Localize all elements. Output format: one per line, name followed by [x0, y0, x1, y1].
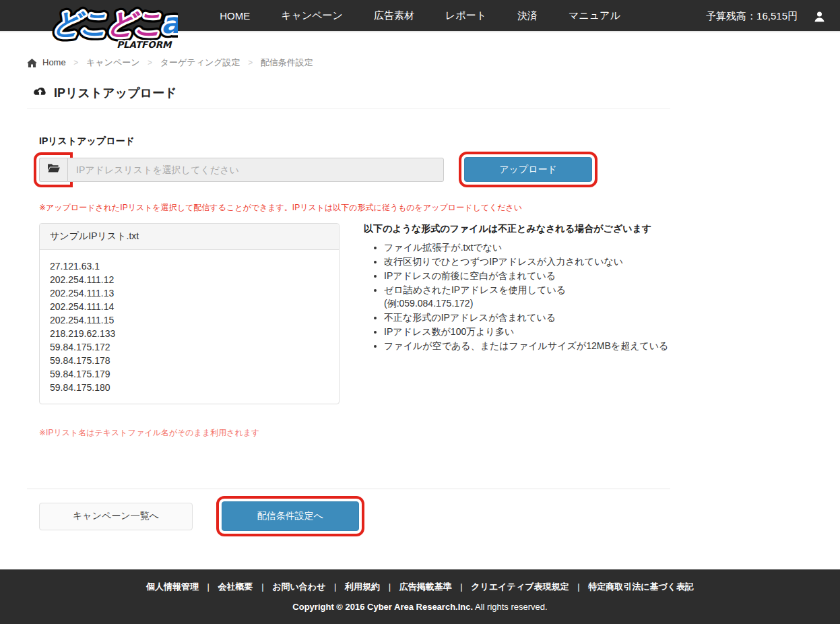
footer-link-separator: |: [261, 582, 263, 592]
breadcrumb-item[interactable]: ターゲティング設定: [160, 57, 240, 67]
nav-menu-item[interactable]: 広告素材: [374, 9, 414, 22]
footer-link[interactable]: 広告掲載基準: [399, 582, 452, 592]
page-title: IPリストアップロード: [54, 85, 176, 101]
nav-menu-item[interactable]: 決済: [517, 9, 538, 22]
upload-button[interactable]: アップロード: [464, 157, 592, 182]
top-navbar: どこどこad どこどこad どこどこad PLATFORM HOMEキャンペーン…: [0, 0, 840, 32]
breadcrumb-item[interactable]: Home: [42, 57, 66, 67]
upload-form-row: アップロード: [39, 157, 670, 182]
footer-links: | 個人情報管理 | 会社概要 | お問い合わせ | 利用規約 | 広告掲載基準…: [0, 581, 840, 593]
actions-row: キャンペーン一覧へ 配信条件設定へ: [39, 501, 670, 531]
brand-logo[interactable]: どこどこad どこどこad どこどこad PLATFORM: [49, 1, 178, 55]
breadcrumb-item[interactable]: 配信条件設定: [261, 57, 313, 67]
sample-ip-list-panel: サンプルIPリスト.txt 27.121.63.1202.254.111.122…: [39, 223, 340, 404]
navbar-right: 予算残高：16,515円: [706, 0, 825, 32]
nav-menu-item[interactable]: キャンペーン: [281, 9, 343, 22]
footer-link-separator: |: [207, 582, 209, 592]
copyright-rights: All rights reserved.: [475, 602, 548, 612]
back-to-campaign-list-button[interactable]: キャンペーン一覧へ: [39, 503, 193, 530]
rule-item: 改行区切りでひとつずつIPアドレスが入力されていない: [384, 255, 670, 268]
ip-address-line: 59.84.175.178: [50, 354, 329, 367]
svg-text:PLATFORM: PLATFORM: [117, 40, 172, 50]
to-delivery-settings-button[interactable]: 配信条件設定へ: [222, 501, 359, 531]
folder-open-icon: [47, 163, 60, 176]
footer: | 個人情報管理 | 会社概要 | お問い合わせ | 利用規約 | 広告掲載基準…: [0, 569, 840, 624]
footer-link[interactable]: 会社概要: [218, 582, 253, 592]
main-content: > Home > キャンペーン > ターゲティング設定 > 配信条件設定 IPリ…: [27, 57, 670, 531]
page-header: IPリストアップロード: [27, 85, 670, 108]
footer-link[interactable]: 個人情報管理: [146, 582, 199, 592]
nav-menu-item[interactable]: マニュアル: [569, 9, 620, 22]
breadcrumb-separator: >: [148, 58, 152, 67]
rules-list: ファイル拡張子が.txtでない改行区切りでひとつずつIPアドレスが入力されていな…: [364, 241, 670, 352]
home-icon: [27, 59, 37, 67]
ip-address-line: 202.254.111.12: [50, 273, 329, 286]
brand-logo-graphic: どこどこad どこどこad どこどこad PLATFORM: [49, 1, 178, 53]
invalid-format-rules: 以下のような形式のファイルは不正とみなされる場合がございます ファイル拡張子が.…: [364, 223, 670, 404]
nav-menu-item[interactable]: HOME: [220, 10, 250, 22]
budget-balance: 予算残高：16,515円: [706, 10, 798, 23]
user-icon[interactable]: [814, 11, 825, 22]
upload-form-label: IPリストアップロード: [39, 135, 670, 148]
footer-link[interactable]: 特定商取引法に基づく表記: [588, 582, 694, 592]
footer-link-separator: |: [577, 582, 579, 592]
footer-link-separator: |: [334, 582, 336, 592]
ip-address-line: 202.254.111.14: [50, 300, 329, 313]
footer-link-separator: |: [389, 582, 391, 592]
copyright-owner: Copyright © 2016 Cyber Area Research.Inc…: [292, 602, 473, 612]
main-navigation: HOMEキャンペーン広告素材レポート決済マニュアル: [220, 9, 620, 22]
breadcrumb-separator: >: [248, 58, 253, 67]
ip-address-line: 27.121.63.1: [50, 259, 329, 273]
actions-divider: [27, 489, 670, 489]
ip-address-line: 59.84.175.172: [50, 340, 329, 354]
rule-item: ゼロ詰めされたIPアドレスを使用している (例:059.084.175.172): [384, 283, 670, 310]
ip-address-line: 202.254.111.15: [50, 313, 329, 327]
footer-link[interactable]: お問い合わせ: [272, 582, 325, 592]
breadcrumb: > Home > キャンペーン > ターゲティング設定 > 配信条件設定: [27, 57, 670, 69]
breadcrumb-item[interactable]: キャンペーン: [86, 57, 140, 67]
rule-item: IPアドレス数が100万より多い: [384, 325, 670, 338]
rule-item: ファイルが空である、またはファイルサイズが12MBを超えている: [384, 339, 670, 352]
file-browse-button[interactable]: [39, 158, 67, 182]
ip-address-line: 59.84.175.180: [50, 381, 329, 394]
footer-link-separator: |: [460, 582, 462, 592]
file-path-input[interactable]: [67, 158, 444, 182]
ip-address-line: 59.84.175.179: [50, 367, 329, 381]
rule-item: 不正な形式のIPアドレスが含まれている: [384, 311, 670, 324]
ip-address-line: 202.254.111.13: [50, 286, 329, 300]
nav-menu-item[interactable]: レポート: [445, 9, 486, 22]
footer-link[interactable]: クリエイティブ表現規定: [471, 582, 569, 592]
file-input-group: [39, 158, 444, 182]
sample-file-name: サンプルIPリスト.txt: [40, 224, 339, 250]
rule-item: ファイル拡張子が.txtでない: [384, 241, 670, 254]
cloud-upload-icon: [32, 86, 48, 100]
ip-address-line: 218.219.62.133: [50, 327, 329, 340]
copyright: Copyright © 2016 Cyber Area Research.Inc…: [0, 602, 840, 612]
breadcrumb-separator: >: [73, 58, 78, 67]
rules-heading: 以下のような形式のファイルは不正とみなされる場合がございます: [364, 223, 670, 235]
filename-note: ※IPリスト名はテキストファイル名がそのまま利用されます: [39, 427, 670, 439]
rule-item: IPアドレスの前後に空白が含まれている: [384, 269, 670, 282]
svg-text:どこどこad: どこどこad: [53, 7, 178, 40]
footer-link[interactable]: 利用規約: [345, 582, 380, 592]
upload-note: ※アップロードされたIPリストを選択して配信することができます。IPリストは以下…: [39, 202, 670, 214]
sample-ip-list: 27.121.63.1202.254.111.12202.254.111.132…: [40, 250, 339, 404]
